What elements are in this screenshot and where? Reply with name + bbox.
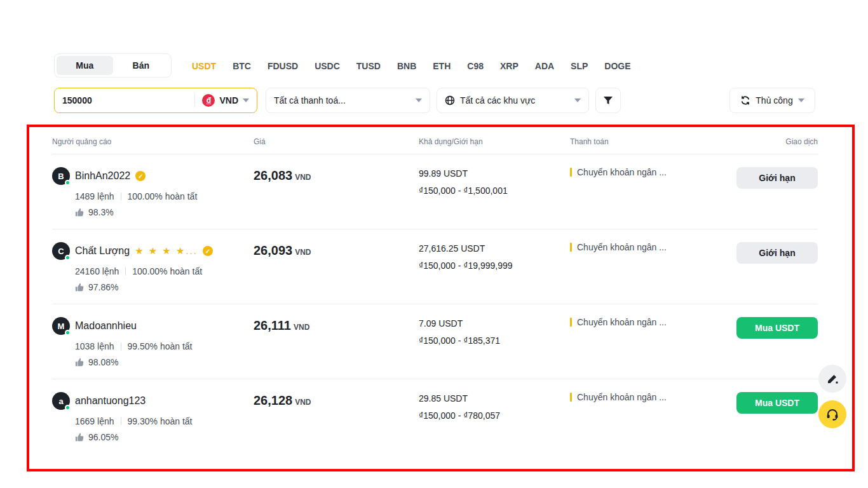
avatar[interactable]: M [52,317,70,335]
currency-selector[interactable]: đ VND [194,94,257,107]
tab-xrp[interactable]: XRP [500,61,519,71]
filter-button[interactable] [595,88,621,113]
header-advertiser: Người quảng cáo [52,137,254,146]
verified-badge-icon: ✓ [203,246,213,256]
available-limit-cell: 29.85 USDT ₫150,000 - ₫780,057 [419,392,570,421]
payment-method-dropdown[interactable]: Tất cả thanh toá... [266,88,430,113]
crypto-tabs: USDT BTC FDUSD USDC TUSD BNB ETH C98 XRP… [192,59,631,73]
advertiser-name[interactable]: BinhAn2022 [75,170,130,182]
payment-method: Chuyển khoản ngân ... [577,392,667,402]
tab-usdt[interactable]: USDT [192,61,216,71]
online-status-dot [65,255,71,261]
orders-count: 24160 lệnh [75,266,119,276]
limit-button[interactable]: Giới hạn [736,242,818,264]
price-cell: 26,111VND [254,317,419,334]
vnd-currency-icon: đ [202,94,215,107]
available-limit-cell: 7.09 USDT ₫150,000 - ₫185,371 [419,317,570,346]
offer-row: C Chất Lượng ★ ★ ★ ★... ✓ 24160 lệnh 100… [52,229,818,304]
star-rating-icons: ★ ★ ★ ★... [135,245,198,257]
action-cell: Mua USDT [736,317,818,339]
avatar-initial: C [58,247,64,256]
advertiser-name[interactable]: Madoannhieu [75,320,137,332]
avatar[interactable]: B [52,167,70,185]
tab-doge[interactable]: DOGE [604,61,630,71]
payment-method: Chuyển khoản ngân ... [577,242,667,252]
thumbs-up-icon [75,283,84,292]
tab-bnb[interactable]: BNB [397,61,416,71]
annotation-rectangle: Người quảng cáo Giá Khả dụng/Giới hạn Th… [27,125,855,471]
buy-sell-toggle: Mua Bán [54,53,172,78]
refresh-mode-button[interactable]: Thủ công [729,88,815,113]
avatar-initial: M [58,322,65,331]
available-limit-cell: 27,616.25 USDT ₫150,000 - ₫19,999,999 [419,242,570,271]
price-value: 26,093 [254,243,292,257]
advertiser-name[interactable]: Chất Lượng [75,245,130,257]
header-trade: Giao dịch [736,137,818,146]
header-available-limit: Khả dụng/Giới hạn [419,137,570,146]
online-status-dot [65,330,71,336]
rating-percent: 98.08% [88,357,118,367]
order-limit: ₫150,000 - ₫185,371 [419,336,570,346]
completion-rate: 99.50% hoàn tất [128,341,193,351]
price-value: 26,111 [254,318,291,332]
tab-slp[interactable]: SLP [571,61,588,71]
limit-button[interactable]: Giới hạn [736,167,818,189]
tab-eth[interactable]: ETH [433,61,451,71]
offer-row: a anhantuong123 1669 lệnh 99.30% hoàn tấ… [52,379,818,454]
tab-c98[interactable]: C98 [467,61,484,71]
rating-percent: 98.3% [88,207,114,217]
orders-count: 1038 lệnh [75,341,114,351]
funnel-icon [603,95,613,105]
sell-tab[interactable]: Bán [113,56,170,75]
available-amount: 29.85 USDT [419,392,570,405]
online-status-dot [65,405,71,410]
tab-fdusd[interactable]: FDUSD [268,61,298,71]
edit-pencil-icon [826,372,839,385]
buy-usdt-button[interactable]: Mua USDT [736,392,818,414]
available-amount: 99.89 USDT [419,167,570,180]
chevron-down-icon [798,98,804,102]
table-header-row: Người quảng cáo Giá Khả dụng/Giới hạn Th… [52,133,818,154]
advertiser-name[interactable]: anhantuong123 [75,395,146,407]
payment-method-bar [570,243,572,252]
avatar[interactable]: C [52,242,70,260]
post-ad-button[interactable] [818,365,846,393]
tab-btc[interactable]: BTC [233,61,251,71]
orders-count: 1489 lệnh [75,191,114,201]
price-currency: VND [295,398,311,407]
payment-method: Chuyển khoản ngân ... [577,317,667,327]
amount-input[interactable] [55,88,194,112]
customer-support-button[interactable] [818,400,846,428]
buy-tab[interactable]: Mua [57,56,113,75]
offer-row: M Madoannhieu 1038 lệnh 99.50% hoàn tất … [52,304,818,379]
offer-row: B BinhAn2022 ✓ 1489 lệnh 100.00% hoàn tấ… [52,154,818,229]
price-value: 26,128 [254,393,292,407]
action-cell: Giới hạn [736,167,818,189]
payment-method-bar [570,393,572,402]
order-limit: ₫150,000 - ₫780,057 [419,410,570,421]
orders-count: 1669 lệnh [75,416,114,426]
price-currency: VND [295,173,311,182]
headset-icon [825,407,839,421]
avatar[interactable]: a [52,392,70,410]
payment-cell: Chuyển khoản ngân ... [570,392,736,402]
region-dropdown-label: Tất cả các khu vực [460,95,569,105]
price-currency: VND [295,248,311,257]
region-dropdown[interactable]: Tất cả các khu vực [437,88,589,113]
payment-cell: Chuyển khoản ngân ... [570,167,736,177]
tab-usdc[interactable]: USDC [315,61,340,71]
order-limit: ₫150,000 - ₫19,999,999 [419,261,570,271]
available-amount: 27,616.25 USDT [419,242,570,255]
order-limit: ₫150,000 - ₫1,500,001 [419,186,570,196]
refresh-mode-label: Thủ công [756,95,792,105]
thumbs-up-icon [75,433,84,442]
divider [121,342,121,350]
payment-cell: Chuyển khoản ngân ... [570,242,736,252]
tab-ada[interactable]: ADA [535,61,554,71]
action-cell: Giới hạn [736,242,818,264]
buy-usdt-button[interactable]: Mua USDT [736,317,818,339]
divider [125,268,126,275]
price-value: 26,083 [254,168,292,182]
advertiser-cell: B BinhAn2022 ✓ 1489 lệnh 100.00% hoàn tấ… [52,167,254,217]
tab-tusd[interactable]: TUSD [356,61,381,71]
